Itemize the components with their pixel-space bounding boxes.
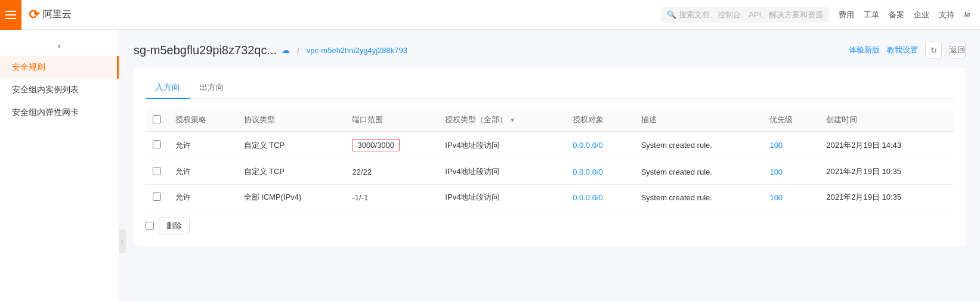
logo-area: ⟳ 阿里云	[29, 7, 72, 23]
th-priority: 优先级	[762, 108, 819, 132]
td-policy: 允许	[168, 185, 237, 210]
td-checkbox	[146, 132, 168, 159]
nav-support[interactable]: 支持	[939, 10, 954, 20]
back-chevron-icon: ‹	[58, 41, 61, 51]
logo-icon: ⟳	[29, 7, 39, 23]
try-new-version-link[interactable]: 体验新版	[849, 45, 880, 55]
nav-enterprise[interactable]: 企业	[914, 10, 929, 20]
search-bar[interactable]: 🔍 搜索文档、控制台、API、解决方案和资源	[661, 7, 829, 23]
td-auth-type: IPv4地址段访问	[438, 132, 565, 159]
th-port-range: 端口范围	[345, 108, 438, 132]
th-protocol: 协议类型	[237, 108, 345, 132]
th-create-time: 创建时间	[819, 108, 954, 132]
hamburger-line-3	[5, 18, 16, 19]
sidebar-back-button[interactable]: ‹	[0, 36, 119, 56]
td-auth-type: IPv4地址段访问	[438, 185, 565, 210]
td-auth-object: 0.0.0.0/0	[565, 185, 634, 210]
nav-left: ⟳ 阿里云	[10, 0, 72, 30]
table-row: 允许 自定义 TCP 22/22 IPv4地址段访问 0.0.0.0/0 Sys…	[146, 159, 954, 185]
nav-links: 费用 工单 备案 企业 支持 Ie	[839, 10, 970, 20]
sidebar: ‹ 安全规则 安全组内实例列表 安全组内弹性网卡 ‹	[0, 30, 119, 301]
page-actions: 体验新版 教我设置 ↻ 返回	[849, 42, 966, 58]
table-row: 允许 全部 ICMP(IPv4) -1/-1 IPv4地址段访问 0.0.0.0…	[146, 185, 954, 210]
nav-user[interactable]: Ie	[964, 10, 970, 19]
sidebar-item-label: 安全组内弹性网卡	[12, 107, 79, 117]
back-icon: 返回	[950, 45, 965, 55]
page-title-area: sg-m5ebgflu29pi8z732qc... ☁ / vpc-m5eh2h…	[134, 44, 407, 57]
td-priority: 100	[762, 185, 819, 210]
nav-cost[interactable]: 费用	[839, 10, 854, 20]
row-checkbox-2[interactable]	[153, 193, 161, 201]
td-checkbox	[146, 159, 168, 185]
td-auth-type: IPv4地址段访问	[438, 159, 565, 185]
delete-button[interactable]: 删除	[159, 218, 190, 234]
td-priority: 100	[762, 159, 819, 185]
sidebar-item-elastic-nic[interactable]: 安全组内弹性网卡	[0, 101, 119, 124]
tab-outbound[interactable]: 出方向	[190, 77, 234, 99]
td-port-range: 22/22	[345, 159, 438, 185]
td-create-time: 2021年2月19日 10:35	[819, 159, 954, 185]
td-description: System created rule.	[634, 132, 763, 159]
refresh-icon: ↻	[930, 46, 937, 55]
search-icon: 🔍	[667, 10, 676, 19]
tab-inbound[interactable]: 入方向	[146, 77, 190, 99]
row-checkbox-1[interactable]	[153, 167, 161, 175]
th-auth-object: 授权对象	[565, 108, 634, 132]
table-footer: 删除	[146, 210, 954, 237]
td-description: System created rule.	[634, 185, 763, 210]
td-checkbox	[146, 185, 168, 210]
td-create-time: 2021年2月19日 14:43	[819, 132, 954, 159]
nav-filing[interactable]: 备案	[889, 10, 904, 20]
td-description: System created rule.	[634, 159, 763, 185]
row-checkbox-0[interactable]	[153, 140, 161, 148]
th-checkbox	[146, 108, 168, 132]
td-policy: 允许	[168, 159, 237, 185]
sidebar-item-security-rules[interactable]: 安全规则	[0, 56, 119, 79]
page-title: sg-m5ebgflu29pi8z732qc...	[134, 44, 277, 57]
cloud-icon: ☁	[282, 45, 290, 55]
hamburger-button[interactable]	[0, 0, 21, 30]
table-header-row: 授权策略 协议类型 端口范围 授权类型（全部） ▼	[146, 108, 954, 132]
th-policy: 授权策略	[168, 108, 237, 132]
th-description: 描述	[634, 108, 763, 132]
refresh-button[interactable]: ↻	[925, 42, 942, 58]
td-priority: 100	[762, 132, 819, 159]
footer-checkbox[interactable]	[146, 222, 154, 230]
td-protocol: 自定义 TCP	[237, 132, 345, 159]
content-area: sg-m5ebgflu29pi8z732qc... ☁ / vpc-m5eh2h…	[119, 30, 980, 301]
td-protocol: 全部 ICMP(IPv4)	[237, 185, 345, 210]
th-auth-type[interactable]: 授权类型（全部） ▼	[438, 108, 565, 132]
td-port-range: 3000/3000	[345, 132, 438, 159]
td-create-time: 2021年2月19日 10:35	[819, 185, 954, 210]
breadcrumb-vpc-link[interactable]: vpc-m5eh2hni2yg4yj288k793	[307, 46, 407, 55]
main-card: 入方向 出方向 授权策略 协议类型	[134, 68, 966, 246]
teach-settings-link[interactable]: 教我设置	[887, 45, 918, 55]
search-placeholder: 搜索文档、控制台、API、解决方案和资源	[679, 10, 823, 20]
nav-ticket[interactable]: 工单	[864, 10, 879, 20]
top-navigation: ⟳ 阿里云 🔍 搜索文档、控制台、API、解决方案和资源 费用 工单 备案 企业…	[0, 0, 980, 30]
td-auth-object: 0.0.0.0/0	[565, 159, 634, 185]
security-rules-table: 授权策略 协议类型 端口范围 授权类型（全部） ▼	[146, 108, 954, 210]
hamburger-line-1	[5, 11, 16, 12]
breadcrumb-separator: /	[297, 46, 299, 55]
sidebar-item-instance-list[interactable]: 安全组内实例列表	[0, 79, 119, 101]
hamburger-line-2	[5, 14, 16, 15]
sidebar-item-label: 安全组内实例列表	[12, 85, 79, 94]
page-header: sg-m5ebgflu29pi8z732qc... ☁ / vpc-m5eh2h…	[134, 42, 966, 58]
back-button[interactable]: 返回	[949, 42, 966, 58]
td-auth-object: 0.0.0.0/0	[565, 132, 634, 159]
collapse-icon: ‹	[121, 238, 123, 245]
nav-right: 🔍 搜索文档、控制台、API、解决方案和资源 费用 工单 备案 企业 支持 Ie	[661, 7, 970, 23]
select-all-checkbox[interactable]	[153, 115, 161, 123]
main-layout: ‹ 安全规则 安全组内实例列表 安全组内弹性网卡 ‹ sg-m5ebgflu29…	[0, 30, 980, 301]
sidebar-item-label: 安全规则	[12, 62, 45, 72]
filter-dropdown-icon: ▼	[509, 117, 515, 123]
logo-text: 阿里云	[43, 8, 72, 21]
sidebar-collapse-button[interactable]: ‹	[119, 229, 126, 253]
td-port-range: -1/-1	[345, 185, 438, 210]
direction-tabs: 入方向 出方向	[146, 77, 954, 99]
td-protocol: 自定义 TCP	[237, 159, 345, 185]
table-row: 允许 自定义 TCP 3000/3000 IPv4地址段访问 0.0.0.0/0…	[146, 132, 954, 159]
td-policy: 允许	[168, 132, 237, 159]
